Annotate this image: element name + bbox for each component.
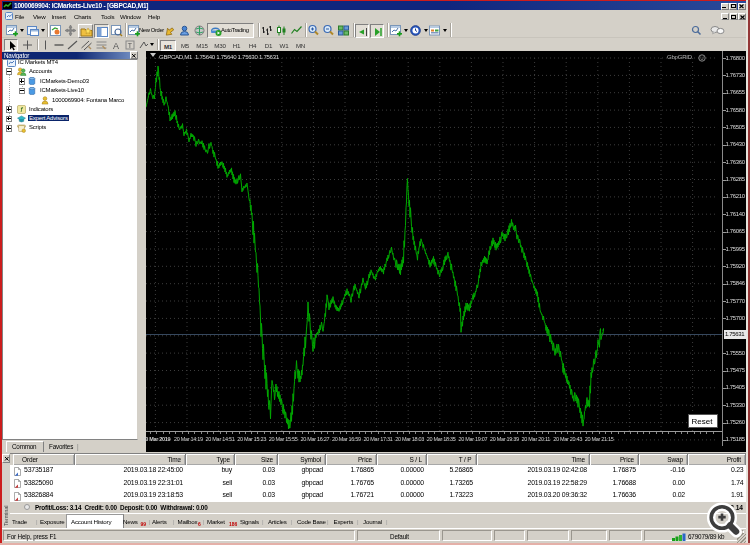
svg-text:T: T — [128, 42, 133, 49]
svg-text:A: A — [113, 41, 119, 51]
